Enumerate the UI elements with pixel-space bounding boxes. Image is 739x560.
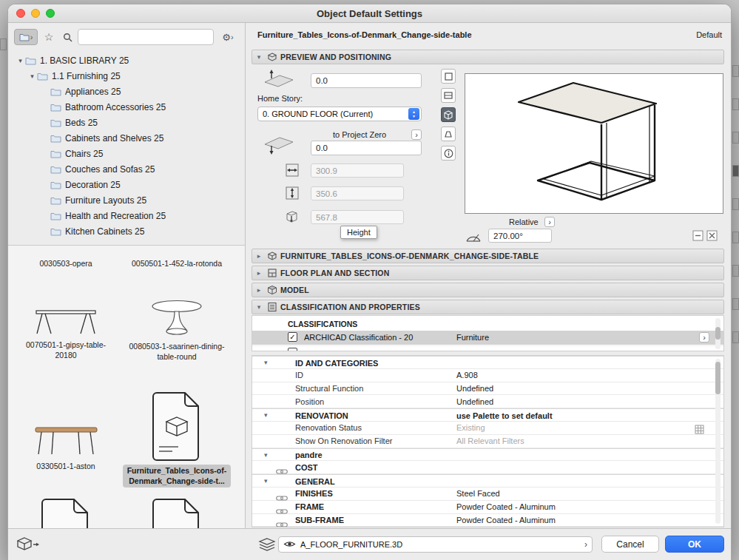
classifications-scrollbar[interactable]: [715, 318, 721, 349]
dimension-x-input[interactable]: [311, 163, 404, 178]
classification-chevron-button[interactable]: ›: [699, 332, 709, 343]
tree-item-couches-sofas[interactable]: Couches and Sofas 25: [8, 161, 245, 177]
stepper-icon[interactable]: ▲▼: [408, 108, 419, 120]
list-item[interactable]: 0030503-opera: [10, 259, 121, 269]
search-input[interactable]: [78, 29, 214, 45]
tree-item-furnishing[interactable]: ▾ 1.1 Furnishing 25: [8, 68, 245, 84]
cancel-button[interactable]: Cancel: [601, 536, 659, 553]
reference-level-chevron-button[interactable]: ›: [411, 129, 422, 140]
home-story-select[interactable]: 0. GROUND FLOOR (Current) ▲▼: [257, 107, 422, 121]
property-row[interactable]: ID A.908: [252, 369, 723, 382]
property-group-row[interactable]: ▾ pandre: [252, 448, 723, 462]
checkbox-icon[interactable]: [288, 348, 297, 351]
section-model[interactable]: ▸ MODEL: [252, 283, 724, 297]
properties-scrollbar[interactable]: [715, 359, 721, 524]
property-row[interactable]: Renovation Status Existing: [252, 422, 723, 435]
collapse-triangle-icon[interactable]: ▾: [264, 411, 268, 419]
tree-item-kitchen-cabinets[interactable]: Kitchen Cabinets 25: [8, 223, 245, 239]
collapse-triangle-icon[interactable]: ▾: [252, 53, 266, 61]
tree-item-beds[interactable]: Beds 25: [8, 115, 245, 130]
dimension-y-input[interactable]: [311, 186, 404, 200]
relative-chevron-button[interactable]: ›: [544, 217, 555, 227]
search-button[interactable]: [60, 29, 75, 45]
property-label: COST: [295, 463, 318, 472]
preview-perspective-view-button[interactable]: [441, 126, 456, 141]
collapse-triangle-icon[interactable]: ▾: [264, 477, 268, 485]
property-row[interactable]: FRAME Powder Coated - Aluminum: [252, 501, 723, 514]
property-label: Show On Renovation Filter: [295, 436, 392, 445]
object-3d-preview[interactable]: [465, 73, 723, 214]
window-titlebar[interactable]: Object Default Settings: [8, 4, 731, 23]
property-row[interactable]: Structural Function Undefined: [252, 382, 723, 396]
relative-label: Relative: [509, 217, 539, 226]
properties-panel: ▾ ID AND CATEGORIES ID A.908 Structural …: [252, 355, 724, 527]
dimension-height-input[interactable]: [311, 210, 404, 224]
property-row[interactable]: Position Undefined: [252, 395, 723, 408]
tree-item-cabinets-shelves[interactable]: Cabinets and Shelves 25: [8, 130, 245, 146]
tree-item-health-recreation[interactable]: Health and Recreation 25: [8, 208, 245, 223]
collapse-triangle-icon[interactable]: ▾: [252, 303, 266, 311]
table-sketch-image: [31, 417, 101, 459]
collapse-triangle-icon[interactable]: ▾: [264, 451, 268, 459]
disclosure-open-icon[interactable]: ▾: [27, 72, 37, 80]
property-group-row[interactable]: ▾ GENERAL: [252, 474, 723, 488]
section-preview-positioning[interactable]: ▾ PREVIEW AND POSITIONING: [252, 50, 724, 64]
star-icon: ☆: [44, 31, 54, 43]
property-value: A.908: [456, 371, 478, 379]
selected-library-item[interactable]: Furniture_Tables_Icons-of-Denmark_Change…: [121, 391, 232, 488]
place-object-icon[interactable]: [17, 536, 39, 556]
list-item[interactable]: 0080503-1-saarinen-dining-table-round: [121, 296, 232, 362]
section-title: FLOOR PLAN AND SECTION: [280, 269, 390, 277]
classifications-panel: CLASSIFICATIONS ✓ ARCHICAD Classificatio…: [252, 315, 724, 351]
collapse-triangle-icon[interactable]: ▸: [252, 252, 266, 260]
layer-select[interactable]: A_FLOOR_FURNITURE.3D ›: [278, 536, 593, 553]
classification-row[interactable]: ✓ ARCHICAD Classification - 20 Furniture…: [252, 331, 723, 345]
preview-elevation-view-button[interactable]: [441, 88, 456, 103]
property-label: FINISHES: [295, 489, 333, 498]
tree-item-chairs[interactable]: Chairs 25: [8, 146, 245, 161]
property-group-row[interactable]: ▾ ID AND CATEGORIES: [252, 356, 723, 369]
table-sketch-image: [32, 299, 100, 337]
property-group-row[interactable]: ▾ RENOVATION use Palette to set default: [252, 408, 723, 422]
window-title: Object Default Settings: [8, 8, 731, 19]
folder-view-button[interactable]: ›: [14, 29, 38, 45]
tree-item-furniture-layouts[interactable]: Furniture Layouts 25: [8, 192, 245, 208]
section-floor-plan-and-section[interactable]: ▸ FLOOR PLAN AND SECTION: [252, 266, 724, 280]
list-item[interactable]: 0070501-1-gipsy-table-20180: [10, 299, 121, 360]
preview-plan-view-button[interactable]: [441, 69, 456, 84]
preview-info-button[interactable]: [441, 146, 456, 161]
tree-item-bathroom-accessories[interactable]: Bathroom Accessories 25: [8, 99, 245, 115]
section-classification-properties[interactable]: ▾ CLASSIFICATION AND PROPERTIES: [252, 300, 724, 314]
property-row[interactable]: Show On Renovation Filter All Relevant F…: [252, 435, 723, 448]
list-item[interactable]: 0330501-1-aston: [10, 417, 121, 472]
checkbox-checked-icon[interactable]: ✓: [288, 332, 297, 342]
property-row[interactable]: FINISHES Steel Faced: [252, 488, 723, 501]
thumbnail-label: 0070501-1-gipsy-table-20180: [18, 340, 114, 360]
list-item[interactable]: 0050501-1-452-la-rotonda: [121, 259, 232, 269]
preview-3d-view-button[interactable]: [441, 107, 456, 122]
selected-object-name: Furniture_Tables_Icons-of-Denmark_Change…: [257, 30, 472, 39]
checkbox-minus-icon[interactable]: [692, 230, 703, 244]
list-item[interactable]: [10, 497, 121, 528]
section-object-parameters[interactable]: ▸ FURNITURE_TABLES_ICONS-OF-DENMARK_CHAN…: [252, 249, 724, 263]
library-thumbnail-grid: 0030503-opera 0050501-1-452-la-rotonda: [8, 245, 245, 528]
library-settings-button[interactable]: ⚙ ›: [217, 29, 239, 45]
offset-to-home-story-input[interactable]: [311, 73, 422, 88]
tree-item-decoration[interactable]: Decoration 25: [8, 177, 245, 192]
property-row[interactable]: SUB-FRAME Powder Coated - Aluminum: [252, 514, 723, 527]
favorites-button[interactable]: ☆: [41, 29, 57, 45]
ok-button[interactable]: OK: [665, 536, 724, 553]
dialog-footer: A_FLOOR_FURNITURE.3D › Cancel OK: [8, 528, 731, 560]
collapse-triangle-icon[interactable]: ▸: [252, 269, 266, 277]
disclosure-open-icon[interactable]: ▾: [16, 57, 25, 64]
property-row[interactable]: COST: [252, 461, 723, 474]
rotation-angle-input[interactable]: [488, 229, 552, 243]
list-item[interactable]: [121, 497, 232, 528]
tree-item-appliances[interactable]: Appliances 25: [8, 84, 245, 99]
collapse-triangle-icon[interactable]: ▾: [264, 359, 268, 366]
collapse-triangle-icon[interactable]: ▸: [252, 286, 266, 294]
elevation-input[interactable]: [311, 141, 422, 155]
tree-item-basic-library[interactable]: ▾ 1. BASIC LIBRARY 25: [8, 53, 245, 68]
crossed-box-icon[interactable]: [706, 230, 718, 244]
classification-row-partial[interactable]: [252, 345, 723, 351]
